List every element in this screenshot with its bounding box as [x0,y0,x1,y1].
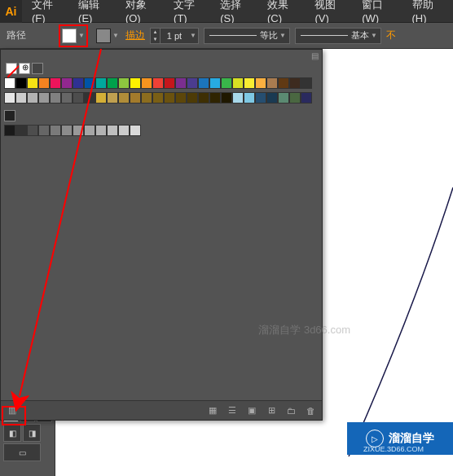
color-swatch[interactable] [95,125,107,136]
stepper-down-icon[interactable]: ▼ [151,36,161,43]
color-swatch[interactable] [232,77,244,89]
color-swatch[interactable] [84,92,95,104]
fill-swatch[interactable] [62,29,77,43]
color-swatch[interactable] [61,77,73,89]
color-swatch[interactable] [107,92,118,104]
color-swatch[interactable] [73,92,84,104]
color-swatch[interactable] [221,92,232,104]
group-swatch[interactable] [32,63,43,74]
color-swatch[interactable] [278,92,289,104]
color-swatch[interactable] [278,77,289,89]
new-color-group-icon[interactable]: ▣ [245,404,258,417]
stroke-swatch[interactable] [96,29,111,43]
color-swatch[interactable] [73,77,84,89]
color-swatch[interactable] [50,77,61,89]
color-swatch[interactable] [50,125,61,136]
color-swatch[interactable] [61,92,73,104]
color-swatch[interactable] [118,77,130,89]
color-swatch[interactable] [107,77,118,89]
color-swatch[interactable] [289,77,301,89]
color-swatch[interactable] [198,77,209,89]
color-swatch[interactable] [255,92,266,104]
color-swatch[interactable] [244,77,255,89]
color-swatch[interactable] [15,77,27,89]
color-swatch[interactable] [130,92,141,104]
chevron-down-icon[interactable]: ▼ [278,29,288,43]
color-swatch[interactable] [4,77,15,89]
trash-icon[interactable]: 🗑 [304,404,317,417]
color-swatch[interactable] [175,92,187,104]
color-swatch[interactable] [27,77,38,89]
chevron-down-icon[interactable]: ▼ [77,29,86,43]
watermark-text: 溜溜自学 3d66.com [258,323,350,337]
chevron-down-icon[interactable]: ▼ [111,29,121,43]
color-swatch[interactable] [164,92,175,104]
panel-menu-icon[interactable]: ▤ [311,51,319,60]
color-swatch[interactable] [4,125,15,136]
color-swatch[interactable] [255,77,266,89]
color-swatch[interactable] [118,125,130,136]
stepper-up-icon[interactable]: ▲ [151,29,161,36]
color-swatch[interactable] [15,92,27,104]
color-swatch[interactable] [266,92,278,104]
color-swatch[interactable] [38,92,50,104]
stroke-color-control[interactable]: ▼ [95,29,121,43]
color-swatch[interactable] [27,92,38,104]
color-swatch[interactable] [50,92,61,104]
color-swatch[interactable] [187,77,198,89]
color-swatch[interactable] [118,92,130,104]
color-swatch[interactable] [301,92,312,104]
color-swatch[interactable] [38,77,50,89]
variable-width-profile[interactable]: 等比 ▼ [204,28,290,44]
screen-mode-toggle[interactable]: ▭ [3,443,41,461]
menu-bar: Ai 文件(F) 编辑(E) 对象(O) 文字(T) 选择(S) 效果(C) 视… [0,0,453,23]
color-swatch[interactable] [61,125,73,136]
color-swatch[interactable] [289,92,301,104]
color-swatch[interactable] [141,92,152,104]
color-swatch[interactable] [107,125,118,136]
new-swatch-icon[interactable]: ⊞ [265,404,278,417]
color-swatch[interactable] [198,92,209,104]
color-swatch[interactable] [4,92,15,104]
stroke-weight-input[interactable] [161,31,188,41]
none-swatch[interactable] [6,63,17,74]
color-swatch[interactable] [232,92,244,104]
color-swatch[interactable] [301,77,312,89]
color-swatch[interactable] [95,92,107,104]
watermark-url: ZIXUE.3D66.COM [363,445,424,453]
gray-ramp [1,123,322,138]
color-swatch[interactable] [130,125,141,136]
color-swatch[interactable] [84,125,95,136]
stroke-weight-stepper[interactable]: ▲ ▼ ▼ [150,28,199,44]
color-swatch[interactable] [141,77,152,89]
color-swatch[interactable] [209,77,221,89]
show-swatch-kinds-icon[interactable]: ▦ [206,404,219,417]
stroke-weight-label[interactable]: 描边 [125,29,145,42]
draw-mode-icon[interactable]: ◨ [23,424,41,442]
chevron-down-icon[interactable]: ▼ [369,29,379,43]
color-swatch[interactable] [15,125,27,136]
color-swatch[interactable] [73,125,84,136]
folder-icon[interactable]: 🗀 [284,404,297,417]
color-swatch[interactable] [187,92,198,104]
color-swatch[interactable] [130,77,141,89]
color-swatch[interactable] [27,125,38,136]
registration-swatch[interactable]: ⊕ [19,63,30,74]
color-swatch[interactable] [266,77,278,89]
fill-color-control[interactable]: ▼ [59,24,88,47]
color-swatch[interactable] [244,92,255,104]
color-swatch[interactable] [38,125,50,136]
color-swatch[interactable] [152,77,164,89]
brush-definition[interactable]: 基本 ▼ [295,28,381,44]
color-swatch[interactable] [209,92,221,104]
chevron-down-icon[interactable]: ▼ [188,29,198,43]
color-swatch[interactable] [175,77,187,89]
color-swatch[interactable] [95,77,107,89]
color-swatch[interactable] [164,77,175,89]
color-swatch[interactable] [152,92,164,104]
color-swatch[interactable] [221,77,232,89]
color-swatch[interactable] [84,77,95,89]
screen-mode-icon[interactable]: ◧ [3,424,21,442]
gray-group-icon[interactable] [4,110,15,121]
swatch-options-icon[interactable]: ☰ [226,404,239,417]
